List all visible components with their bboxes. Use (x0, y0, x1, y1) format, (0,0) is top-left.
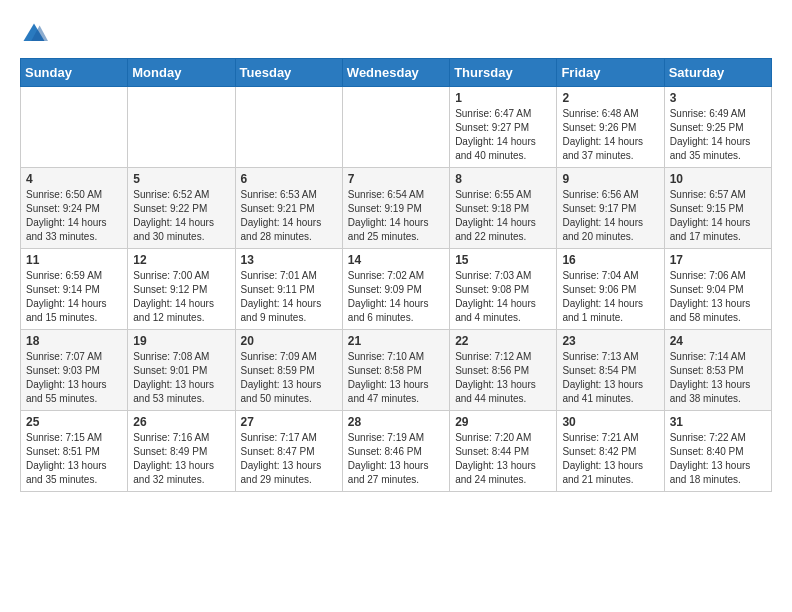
calendar-cell: 22Sunrise: 7:12 AM Sunset: 8:56 PM Dayli… (450, 330, 557, 411)
day-number: 20 (241, 334, 337, 348)
day-number: 17 (670, 253, 766, 267)
day-of-week-header: Thursday (450, 59, 557, 87)
page-header (20, 20, 772, 48)
day-info: Sunrise: 6:53 AM Sunset: 9:21 PM Dayligh… (241, 188, 337, 244)
calendar-cell: 15Sunrise: 7:03 AM Sunset: 9:08 PM Dayli… (450, 249, 557, 330)
calendar-cell: 4Sunrise: 6:50 AM Sunset: 9:24 PM Daylig… (21, 168, 128, 249)
day-info: Sunrise: 7:19 AM Sunset: 8:46 PM Dayligh… (348, 431, 444, 487)
calendar-cell: 9Sunrise: 6:56 AM Sunset: 9:17 PM Daylig… (557, 168, 664, 249)
day-number: 15 (455, 253, 551, 267)
day-info: Sunrise: 6:56 AM Sunset: 9:17 PM Dayligh… (562, 188, 658, 244)
day-info: Sunrise: 7:15 AM Sunset: 8:51 PM Dayligh… (26, 431, 122, 487)
day-number: 31 (670, 415, 766, 429)
calendar-week-row: 4Sunrise: 6:50 AM Sunset: 9:24 PM Daylig… (21, 168, 772, 249)
day-number: 23 (562, 334, 658, 348)
calendar-cell: 29Sunrise: 7:20 AM Sunset: 8:44 PM Dayli… (450, 411, 557, 492)
day-of-week-header: Sunday (21, 59, 128, 87)
calendar-cell (21, 87, 128, 168)
calendar-cell: 5Sunrise: 6:52 AM Sunset: 9:22 PM Daylig… (128, 168, 235, 249)
calendar-cell: 19Sunrise: 7:08 AM Sunset: 9:01 PM Dayli… (128, 330, 235, 411)
day-number: 8 (455, 172, 551, 186)
day-number: 9 (562, 172, 658, 186)
calendar-cell: 12Sunrise: 7:00 AM Sunset: 9:12 PM Dayli… (128, 249, 235, 330)
day-info: Sunrise: 6:59 AM Sunset: 9:14 PM Dayligh… (26, 269, 122, 325)
day-info: Sunrise: 7:10 AM Sunset: 8:58 PM Dayligh… (348, 350, 444, 406)
day-number: 14 (348, 253, 444, 267)
day-info: Sunrise: 7:03 AM Sunset: 9:08 PM Dayligh… (455, 269, 551, 325)
calendar-cell: 26Sunrise: 7:16 AM Sunset: 8:49 PM Dayli… (128, 411, 235, 492)
day-of-week-header: Wednesday (342, 59, 449, 87)
calendar-week-row: 25Sunrise: 7:15 AM Sunset: 8:51 PM Dayli… (21, 411, 772, 492)
day-info: Sunrise: 6:52 AM Sunset: 9:22 PM Dayligh… (133, 188, 229, 244)
calendar-cell: 16Sunrise: 7:04 AM Sunset: 9:06 PM Dayli… (557, 249, 664, 330)
day-info: Sunrise: 7:00 AM Sunset: 9:12 PM Dayligh… (133, 269, 229, 325)
calendar-week-row: 1Sunrise: 6:47 AM Sunset: 9:27 PM Daylig… (21, 87, 772, 168)
day-info: Sunrise: 6:48 AM Sunset: 9:26 PM Dayligh… (562, 107, 658, 163)
calendar-cell: 17Sunrise: 7:06 AM Sunset: 9:04 PM Dayli… (664, 249, 771, 330)
day-number: 10 (670, 172, 766, 186)
day-of-week-header: Tuesday (235, 59, 342, 87)
day-number: 22 (455, 334, 551, 348)
calendar-cell: 31Sunrise: 7:22 AM Sunset: 8:40 PM Dayli… (664, 411, 771, 492)
calendar-cell: 3Sunrise: 6:49 AM Sunset: 9:25 PM Daylig… (664, 87, 771, 168)
calendar-cell: 6Sunrise: 6:53 AM Sunset: 9:21 PM Daylig… (235, 168, 342, 249)
day-info: Sunrise: 7:20 AM Sunset: 8:44 PM Dayligh… (455, 431, 551, 487)
day-info: Sunrise: 7:21 AM Sunset: 8:42 PM Dayligh… (562, 431, 658, 487)
day-info: Sunrise: 7:12 AM Sunset: 8:56 PM Dayligh… (455, 350, 551, 406)
day-number: 30 (562, 415, 658, 429)
calendar-cell: 11Sunrise: 6:59 AM Sunset: 9:14 PM Dayli… (21, 249, 128, 330)
day-info: Sunrise: 7:17 AM Sunset: 8:47 PM Dayligh… (241, 431, 337, 487)
day-info: Sunrise: 7:14 AM Sunset: 8:53 PM Dayligh… (670, 350, 766, 406)
day-number: 1 (455, 91, 551, 105)
day-number: 2 (562, 91, 658, 105)
day-info: Sunrise: 7:06 AM Sunset: 9:04 PM Dayligh… (670, 269, 766, 325)
calendar-cell: 28Sunrise: 7:19 AM Sunset: 8:46 PM Dayli… (342, 411, 449, 492)
day-number: 7 (348, 172, 444, 186)
day-info: Sunrise: 7:08 AM Sunset: 9:01 PM Dayligh… (133, 350, 229, 406)
calendar-cell: 18Sunrise: 7:07 AM Sunset: 9:03 PM Dayli… (21, 330, 128, 411)
day-info: Sunrise: 7:07 AM Sunset: 9:03 PM Dayligh… (26, 350, 122, 406)
day-number: 13 (241, 253, 337, 267)
calendar-header-row: SundayMondayTuesdayWednesdayThursdayFrid… (21, 59, 772, 87)
day-number: 26 (133, 415, 229, 429)
day-info: Sunrise: 7:04 AM Sunset: 9:06 PM Dayligh… (562, 269, 658, 325)
calendar-week-row: 11Sunrise: 6:59 AM Sunset: 9:14 PM Dayli… (21, 249, 772, 330)
day-number: 3 (670, 91, 766, 105)
day-number: 16 (562, 253, 658, 267)
calendar-cell (128, 87, 235, 168)
day-of-week-header: Friday (557, 59, 664, 87)
day-number: 12 (133, 253, 229, 267)
logo (20, 20, 52, 48)
day-info: Sunrise: 6:50 AM Sunset: 9:24 PM Dayligh… (26, 188, 122, 244)
day-info: Sunrise: 6:49 AM Sunset: 9:25 PM Dayligh… (670, 107, 766, 163)
calendar-cell (342, 87, 449, 168)
calendar-cell: 8Sunrise: 6:55 AM Sunset: 9:18 PM Daylig… (450, 168, 557, 249)
day-info: Sunrise: 7:22 AM Sunset: 8:40 PM Dayligh… (670, 431, 766, 487)
day-info: Sunrise: 6:54 AM Sunset: 9:19 PM Dayligh… (348, 188, 444, 244)
day-number: 29 (455, 415, 551, 429)
day-number: 11 (26, 253, 122, 267)
calendar-week-row: 18Sunrise: 7:07 AM Sunset: 9:03 PM Dayli… (21, 330, 772, 411)
calendar-cell: 27Sunrise: 7:17 AM Sunset: 8:47 PM Dayli… (235, 411, 342, 492)
day-info: Sunrise: 7:02 AM Sunset: 9:09 PM Dayligh… (348, 269, 444, 325)
calendar-cell: 13Sunrise: 7:01 AM Sunset: 9:11 PM Dayli… (235, 249, 342, 330)
day-number: 18 (26, 334, 122, 348)
day-number: 21 (348, 334, 444, 348)
day-info: Sunrise: 7:01 AM Sunset: 9:11 PM Dayligh… (241, 269, 337, 325)
calendar-cell: 21Sunrise: 7:10 AM Sunset: 8:58 PM Dayli… (342, 330, 449, 411)
calendar-cell: 7Sunrise: 6:54 AM Sunset: 9:19 PM Daylig… (342, 168, 449, 249)
day-info: Sunrise: 7:13 AM Sunset: 8:54 PM Dayligh… (562, 350, 658, 406)
calendar-cell: 2Sunrise: 6:48 AM Sunset: 9:26 PM Daylig… (557, 87, 664, 168)
day-number: 25 (26, 415, 122, 429)
day-number: 27 (241, 415, 337, 429)
calendar-cell: 25Sunrise: 7:15 AM Sunset: 8:51 PM Dayli… (21, 411, 128, 492)
day-number: 5 (133, 172, 229, 186)
calendar-cell: 30Sunrise: 7:21 AM Sunset: 8:42 PM Dayli… (557, 411, 664, 492)
calendar-cell: 1Sunrise: 6:47 AM Sunset: 9:27 PM Daylig… (450, 87, 557, 168)
logo-icon (20, 20, 48, 48)
day-number: 4 (26, 172, 122, 186)
calendar-cell: 24Sunrise: 7:14 AM Sunset: 8:53 PM Dayli… (664, 330, 771, 411)
day-number: 28 (348, 415, 444, 429)
day-info: Sunrise: 7:09 AM Sunset: 8:59 PM Dayligh… (241, 350, 337, 406)
calendar: SundayMondayTuesdayWednesdayThursdayFrid… (20, 58, 772, 492)
